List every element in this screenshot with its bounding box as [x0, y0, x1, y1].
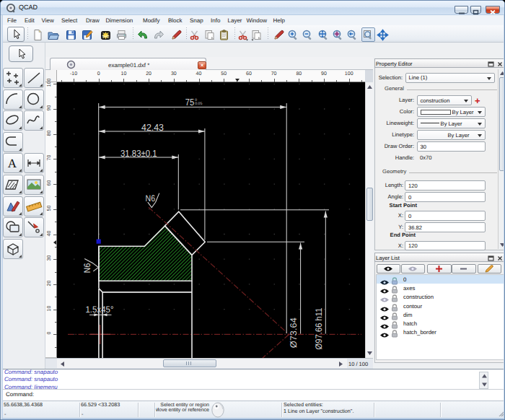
svg-text:N6: N6 — [82, 263, 92, 274]
svg-text:SVG: SVG — [102, 35, 110, 38]
svg-text:75: 75 — [185, 97, 194, 108]
svg-text:Ø97.66 h11: Ø97.66 h11 — [314, 307, 324, 349]
svg-text:0.05: 0.05 — [195, 102, 202, 106]
svg-text:42.43: 42.43 — [141, 122, 164, 133]
svg-text:Ø73.64: Ø73.64 — [289, 318, 299, 348]
svg-text:1.5x45°: 1.5x45° — [86, 305, 114, 315]
svg-text:N6: N6 — [146, 193, 156, 204]
svg-text:A: A — [8, 157, 17, 170]
svg-text:31.83±0.1: 31.83±0.1 — [120, 148, 157, 159]
